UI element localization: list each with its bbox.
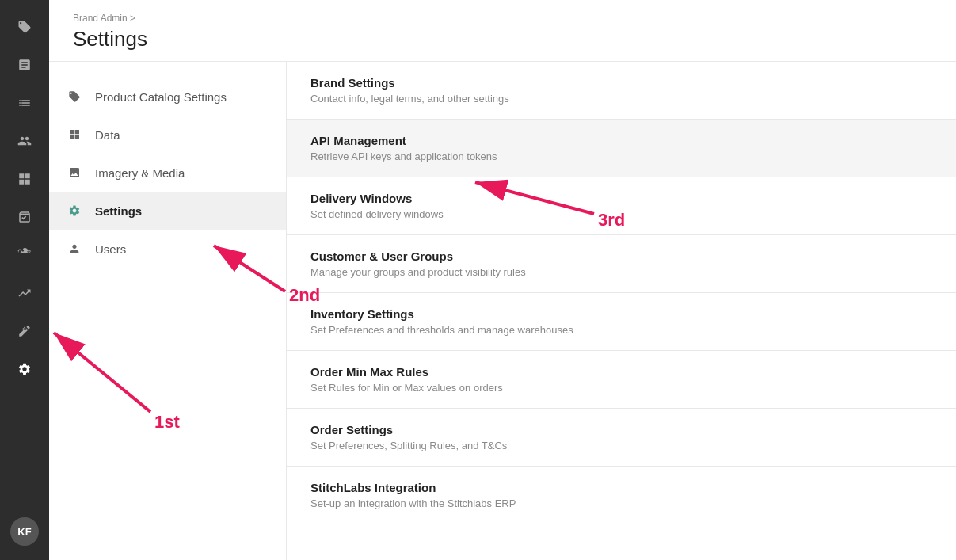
stitchlabs-title: StitchLabs Integration xyxy=(310,481,932,494)
breadcrumb: Brand Admin > xyxy=(73,13,932,24)
delivery-windows-title: Delivery Windows xyxy=(310,192,932,205)
settings-item-order-settings[interactable]: Order Settings Set Preferences, Splittin… xyxy=(287,409,956,467)
order-min-max-desc: Set Rules for Min or Max values on order… xyxy=(310,382,932,394)
left-nav: Product Catalog Settings Data Imagery & … xyxy=(49,62,287,560)
content-area: Product Catalog Settings Data Imagery & … xyxy=(49,62,956,560)
nav-item-users[interactable]: Users xyxy=(49,230,286,268)
settings-item-brand-settings[interactable]: Brand Settings Contact info, legal terms… xyxy=(287,62,956,120)
nav-label-imagery-media: Imagery & Media xyxy=(95,166,185,180)
sidebar-icon-catalog[interactable] xyxy=(9,49,40,81)
settings-item-delivery-windows[interactable]: Delivery Windows Set defined delivery wi… xyxy=(287,177,956,235)
nav-item-imagery-media[interactable]: Imagery & Media xyxy=(49,154,286,192)
inventory-title: Inventory Settings xyxy=(310,307,932,321)
sidebar-icon-settings[interactable] xyxy=(9,353,40,385)
user-nav-icon xyxy=(65,239,84,258)
settings-item-api-management[interactable]: API Management Retrieve API keys and app… xyxy=(287,120,956,177)
sidebar-icon-box[interactable] xyxy=(9,201,40,233)
customer-groups-title: Customer & User Groups xyxy=(310,250,932,263)
sidebar-icon-users[interactable] xyxy=(9,125,40,157)
sidebar: KF xyxy=(0,0,49,560)
tag-nav-icon xyxy=(65,87,84,106)
brand-settings-title: Brand Settings xyxy=(310,76,932,90)
settings-item-inventory[interactable]: Inventory Settings Set Preferences and t… xyxy=(287,293,956,351)
nav-label-product-catalog: Product Catalog Settings xyxy=(95,90,227,104)
nav-item-data[interactable]: Data xyxy=(49,116,286,154)
settings-item-order-min-max[interactable]: Order Min Max Rules Set Rules for Min or… xyxy=(287,351,956,409)
sidebar-icon-handshake[interactable] xyxy=(9,315,40,347)
order-settings-title: Order Settings xyxy=(310,423,932,436)
customer-groups-desc: Manage your groups and product visibilit… xyxy=(310,266,932,278)
inventory-desc: Set Preferences and thresholds and manag… xyxy=(310,324,932,336)
order-settings-desc: Set Preferences, Splitting Rules, and T&… xyxy=(310,440,932,451)
delivery-windows-desc: Set defined delivery windows xyxy=(310,208,932,220)
nav-label-settings: Settings xyxy=(95,204,142,218)
image-nav-icon xyxy=(65,163,84,182)
page-title: Settings xyxy=(73,27,932,51)
api-management-desc: Retrieve API keys and application tokens xyxy=(310,150,932,162)
sidebar-icon-list[interactable] xyxy=(9,87,40,119)
right-panel: Brand Settings Contact info, legal terms… xyxy=(287,62,956,560)
api-management-title: API Management xyxy=(310,134,932,147)
order-min-max-title: Order Min Max Rules xyxy=(310,365,932,379)
brand-settings-desc: Contact info, legal terms, and other set… xyxy=(310,93,932,105)
sidebar-icon-tag[interactable] xyxy=(9,11,40,43)
sidebar-icon-chart[interactable] xyxy=(9,277,40,309)
nav-divider xyxy=(65,276,270,276)
nav-item-settings[interactable]: Settings xyxy=(49,192,286,230)
grid-nav-icon xyxy=(65,125,84,144)
sidebar-icon-gift[interactable] xyxy=(9,239,40,271)
settings-item-customer-groups[interactable]: Customer & User Groups Manage your group… xyxy=(287,235,956,293)
sidebar-bottom: KF xyxy=(10,511,39,552)
avatar[interactable]: KF xyxy=(10,517,39,546)
header: Brand Admin > Settings xyxy=(49,0,956,62)
gear-nav-icon xyxy=(65,201,84,220)
nav-label-data: Data xyxy=(95,128,120,142)
main-content: Brand Admin > Settings Product Catalog S… xyxy=(49,0,956,560)
settings-item-stitchlabs[interactable]: StitchLabs Integration Set-up an integra… xyxy=(287,467,956,524)
sidebar-icon-grid[interactable] xyxy=(9,163,40,195)
nav-item-product-catalog[interactable]: Product Catalog Settings xyxy=(49,78,286,116)
nav-label-users: Users xyxy=(95,242,126,256)
stitchlabs-desc: Set-up an integration with the Stitchlab… xyxy=(310,497,932,509)
